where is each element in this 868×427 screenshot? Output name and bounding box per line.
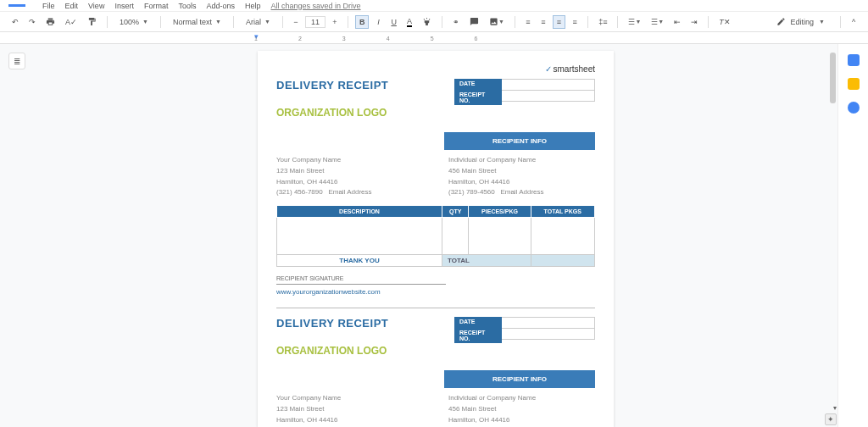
total-label-cell: TOTAL	[442, 255, 531, 267]
cell-qty[interactable]	[442, 218, 469, 255]
recipient-info: Individual or Company Name 456 Main Stre…	[448, 155, 595, 198]
divider	[276, 308, 595, 308]
menu-addons[interactable]: Add-ons	[206, 2, 235, 10]
indent-dec-button[interactable]: ⇤	[670, 15, 684, 29]
style-dropdown[interactable]: Normal text▼	[168, 16, 226, 28]
italic-button[interactable]: I	[372, 15, 384, 29]
menu-tools[interactable]: Tools	[178, 2, 196, 10]
menu-insert[interactable]: Insert	[114, 2, 134, 10]
redo-button[interactable]: ↷	[25, 15, 39, 29]
undo-button[interactable]: ↶	[8, 15, 22, 29]
col-desc: DESCRIPTION	[277, 206, 442, 218]
left-gutter: ≣	[0, 44, 34, 427]
receipt-no-field[interactable]	[502, 90, 595, 102]
align-left-button[interactable]: ≡	[522, 15, 534, 29]
page: smartsheet DELIVERY RECEIPT DATE RECEIPT…	[258, 51, 614, 427]
mode-dropdown[interactable]: Editing▼	[776, 17, 825, 26]
menu-bar: File Edit View Insert Format Tools Add-o…	[0, 0, 868, 12]
font-size-dec[interactable]: −	[290, 15, 302, 29]
brand-smartsheet: smartsheet	[276, 64, 595, 74]
thank-you-cell: THANK YOU	[277, 255, 442, 267]
checklist-button[interactable]: ☰▼	[625, 15, 644, 29]
calendar-icon[interactable]	[848, 54, 860, 66]
receipt-no-field[interactable]	[502, 328, 595, 340]
items-table: DESCRIPTION QTY PIECES/PKG TOTAL PKGS TH…	[276, 205, 595, 267]
total-value-cell[interactable]	[531, 255, 594, 267]
website-url: www.yourorganizationwebsite.com	[276, 288, 595, 296]
text-color-button[interactable]: A	[403, 15, 415, 29]
zoom-dropdown[interactable]: 100%▼	[114, 16, 153, 28]
paint-format-button[interactable]	[84, 15, 100, 29]
menu-help[interactable]: Help	[245, 2, 261, 10]
document-canvas[interactable]: smartsheet DELIVERY RECEIPT DATE RECEIPT…	[34, 44, 837, 427]
font-dropdown[interactable]: Arial▼	[241, 16, 275, 28]
recipient-info: Individual or Company Name 456 Main Stre…	[448, 393, 595, 427]
align-right-button[interactable]: ≡	[553, 15, 565, 29]
underline-button[interactable]: U	[387, 15, 400, 29]
org-logo-placeholder: ORGANIZATION LOGO	[276, 107, 595, 119]
ruler[interactable]: ▾ 123456	[0, 32, 868, 44]
col-qty: QTY	[442, 206, 469, 218]
date-field[interactable]	[502, 79, 595, 91]
vertical-scrollbar[interactable]: ▾ ✦	[827, 44, 837, 427]
collapse-button[interactable]: ^	[848, 15, 860, 29]
explore-button[interactable]: ✦	[825, 413, 837, 425]
signature-block: RECIPIENT SIGNATURE	[276, 275, 595, 285]
menu-view[interactable]: View	[88, 2, 104, 10]
sender-info: Your Company Name 123 Main Street Hamilt…	[276, 155, 423, 198]
workspace: ≣ smartsheet DELIVERY RECEIPT DATE RECEI…	[0, 44, 868, 427]
date-label: DATE	[454, 317, 502, 329]
side-panel	[837, 44, 868, 427]
outline-toggle[interactable]: ≣	[8, 53, 25, 69]
receipt-no-label: RECEIPT NO.	[454, 90, 502, 105]
date-label: DATE	[454, 79, 502, 91]
date-field[interactable]	[502, 317, 595, 329]
cell-pieces[interactable]	[469, 218, 531, 255]
recipient-header: RECIPIENT INFO	[444, 370, 595, 388]
menu-format[interactable]: Format	[144, 2, 169, 10]
cell-total[interactable]	[531, 218, 594, 255]
docs-logo	[8, 4, 25, 7]
comment-button[interactable]	[466, 15, 482, 29]
save-status: All changes saved in Drive	[270, 2, 360, 10]
highlight-button[interactable]	[419, 15, 435, 29]
sender-info: Your Company Name 123 Main Street Hamilt…	[276, 393, 423, 427]
menu-edit[interactable]: Edit	[65, 2, 79, 10]
col-total: TOTAL PKGS	[531, 206, 594, 218]
toolbar: ↶ ↷ A✓ 100%▼ Normal text▼ Arial▼ − 11 + …	[0, 12, 868, 32]
align-center-button[interactable]: ≡	[537, 15, 549, 29]
indent-inc-button[interactable]: ⇥	[687, 15, 701, 29]
font-size-inc[interactable]: +	[329, 15, 341, 29]
menu-file[interactable]: File	[42, 2, 55, 10]
line-spacing-button[interactable]: ‡≡	[595, 15, 610, 29]
pencil-icon	[776, 17, 786, 26]
clear-format-button[interactable]: T✕	[715, 15, 734, 29]
image-button[interactable]: ▼	[486, 15, 508, 29]
col-pieces: PIECES/PKG	[469, 206, 531, 218]
tasks-icon[interactable]	[848, 102, 860, 114]
recipient-header: RECIPIENT INFO	[444, 132, 595, 150]
scrollbar-thumb[interactable]	[830, 53, 836, 103]
print-button[interactable]	[42, 15, 58, 29]
bold-button[interactable]: B	[355, 15, 370, 29]
spellcheck-button[interactable]: A✓	[62, 15, 81, 29]
receipt-no-label: RECEIPT NO.	[454, 328, 502, 343]
keep-icon[interactable]	[848, 78, 860, 90]
align-justify-button[interactable]: ≡	[569, 15, 581, 29]
receipt-title: DELIVERY RECEIPT	[276, 79, 388, 92]
link-button[interactable]: ⚭	[449, 15, 463, 29]
bullets-button[interactable]: ☰▼	[648, 15, 667, 29]
receipt-title: DELIVERY RECEIPT	[276, 317, 388, 330]
font-size[interactable]: 11	[305, 16, 326, 28]
org-logo-placeholder: ORGANIZATION LOGO	[276, 345, 595, 357]
cell-desc[interactable]	[277, 218, 442, 255]
scroll-down-arrow[interactable]: ▾	[833, 404, 837, 412]
